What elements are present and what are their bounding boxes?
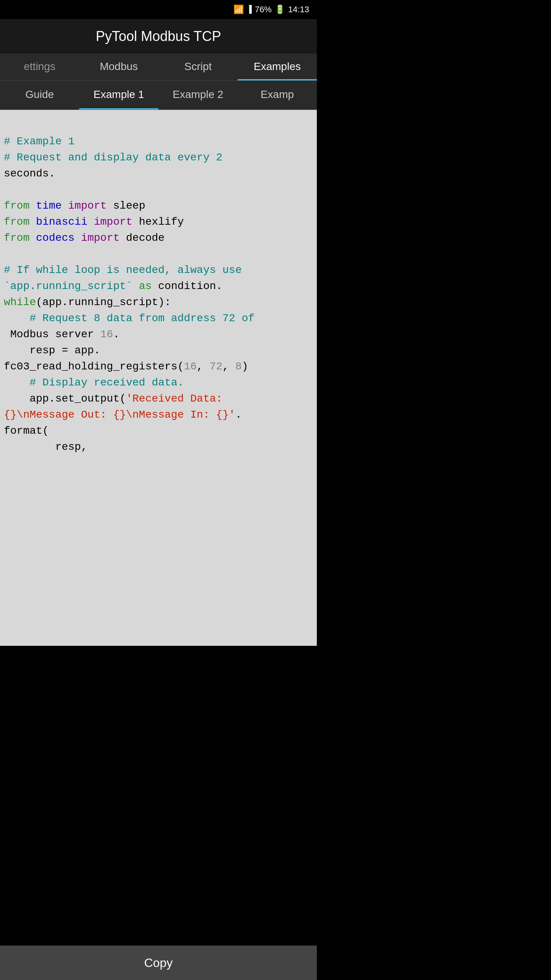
kw-import3: import <box>81 232 120 244</box>
tab-example3-label: Examp <box>261 88 294 101</box>
tab-guide-label: Guide <box>25 88 54 101</box>
status-bar-right: 📶 ▐ 76% 🔋 14:13 <box>233 5 309 15</box>
num-16b: 16 <box>184 361 197 372</box>
battery-icon: 🔋 <box>275 5 285 15</box>
primary-tabs: ettings Modbus Script Examples <box>0 54 317 81</box>
comment-line1: # Example 1 <box>4 136 75 147</box>
status-time: 14:13 <box>288 5 309 15</box>
tab-script[interactable]: Script <box>158 54 238 80</box>
comment-backtick: `app.running_script` <box>4 280 132 292</box>
tab-examples-label: Examples <box>254 60 301 73</box>
tab-example1-label: Example 1 <box>93 88 144 101</box>
string-received: 'Received Data: <box>126 393 222 405</box>
status-bar: 📶 ▐ 76% 🔋 14:13 <box>0 0 317 19</box>
kw-as: as <box>139 280 152 292</box>
title-bar: PyTool Modbus TCP <box>0 19 317 54</box>
tab-example2[interactable]: Example 2 <box>158 81 238 109</box>
signal-icon: ▐ <box>247 5 252 15</box>
tab-example1[interactable]: Example 1 <box>79 81 158 109</box>
app-title: PyTool Modbus TCP <box>96 28 221 44</box>
comment-line4: # Request 8 data from address 72 of <box>29 312 254 324</box>
tab-guide[interactable]: Guide <box>0 81 79 109</box>
tab-settings-label: ettings <box>24 60 55 73</box>
code-content: # Example 1 # Request and display data e… <box>4 118 313 471</box>
kw-while: while <box>4 296 36 308</box>
kw-time: time <box>36 200 62 212</box>
kw-import1: import <box>68 200 107 212</box>
kw-from2: from <box>4 216 29 228</box>
kw-from3: from <box>4 232 29 244</box>
kw-codecs: codecs <box>36 232 75 244</box>
code-area: # Example 1 # Request and display data e… <box>0 110 317 646</box>
tab-script-label: Script <box>184 60 212 73</box>
tab-settings[interactable]: ettings <box>0 54 79 80</box>
kw-import2: import <box>94 216 132 228</box>
tab-examples[interactable]: Examples <box>238 54 317 80</box>
comment-line5: # Display received data. <box>29 377 184 389</box>
comment-line3: # If while loop is needed, always use <box>4 264 242 276</box>
kw-binascii: binascii <box>36 216 87 228</box>
tab-modbus[interactable]: Modbus <box>79 54 158 80</box>
comment-line2: # Request and display data every 2 <box>4 152 222 163</box>
num-16: 16 <box>100 328 113 340</box>
tab-modbus-label: Modbus <box>100 60 138 73</box>
tab-example3[interactable]: Examp <box>238 81 317 109</box>
wifi-icon: 📶 <box>233 5 244 15</box>
tab-example2-label: Example 2 <box>173 88 223 101</box>
kw-from1: from <box>4 200 29 212</box>
secondary-tabs: Guide Example 1 Example 2 Examp <box>0 81 317 110</box>
num-8: 8 <box>235 361 242 372</box>
battery-percent: 76% <box>255 5 272 15</box>
num-72: 72 <box>210 361 223 372</box>
comment-line2b: seconds. <box>4 168 55 180</box>
